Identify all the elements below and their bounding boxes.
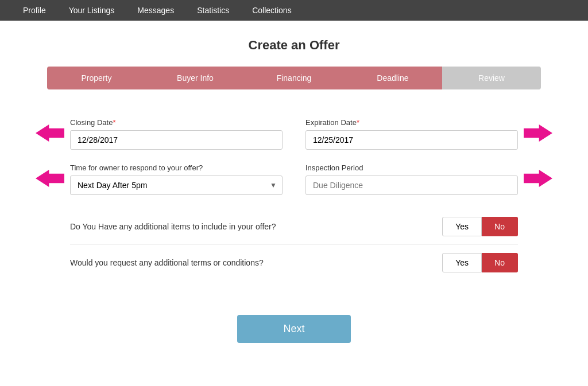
navbar: Profile Your Listings Messages Statistic… — [0, 0, 588, 21]
nav-profile[interactable]: Profile — [11, 0, 57, 21]
tab-buyer-info[interactable]: Buyer Info — [146, 67, 245, 89]
questions-section: Do You Have any additional items to incl… — [70, 209, 518, 280]
respond-time-select-wrapper: Next Day After 5pm Same Day 2 Days 3 Day… — [70, 176, 283, 195]
expiration-date-input[interactable] — [305, 130, 518, 150]
question-1-yn-group: Yes No — [442, 217, 518, 236]
arrow-left-respond — [36, 168, 64, 191]
arrow-right-expiration — [524, 123, 552, 146]
svg-marker-3 — [524, 170, 552, 187]
date-row: Closing Date* Expiration Date* — [70, 118, 518, 150]
tab-deadline[interactable]: Deadline — [343, 67, 442, 89]
svg-marker-0 — [36, 124, 64, 142]
tab-review[interactable]: Review — [442, 67, 541, 89]
arrow-right-inspection — [524, 168, 552, 191]
question-1-row: Do You Have any additional items to incl… — [70, 209, 518, 244]
respond-time-select[interactable]: Next Day After 5pm Same Day 2 Days 3 Day… — [70, 176, 283, 195]
respond-time-label: Time for owner to respond to your offer? — [70, 163, 283, 172]
question-2-yes-button[interactable]: Yes — [442, 253, 482, 272]
inspection-group: Inspection Period — [305, 163, 518, 195]
tab-financing[interactable]: Financing — [245, 67, 343, 89]
page-title: Create an Offer — [47, 38, 541, 53]
expiration-date-label: Expiration Date* — [305, 118, 518, 127]
next-btn-container: Next — [47, 315, 541, 343]
closing-date-input[interactable] — [70, 130, 283, 150]
inspection-label: Inspection Period — [305, 163, 518, 172]
nav-messages[interactable]: Messages — [126, 0, 185, 21]
question-2-text: Would you request any additional terms o… — [70, 258, 264, 267]
question-1-yes-button[interactable]: Yes — [442, 217, 482, 236]
nav-your-listings[interactable]: Your Listings — [57, 0, 126, 21]
question-2-no-button[interactable]: No — [482, 253, 518, 272]
inspection-input[interactable] — [305, 176, 518, 195]
nav-collections[interactable]: Collections — [241, 0, 303, 21]
svg-marker-2 — [36, 170, 64, 187]
respond-time-group: Time for owner to respond to your offer?… — [70, 163, 283, 195]
tab-property[interactable]: Property — [47, 67, 146, 89]
question-1-no-button[interactable]: No — [482, 217, 518, 236]
form-section: Closing Date* Expiration Date* — [47, 112, 541, 286]
nav-statistics[interactable]: Statistics — [185, 0, 241, 21]
respond-inspection-row: Time for owner to respond to your offer?… — [70, 163, 518, 195]
question-1-text: Do You Have any additional items to incl… — [70, 222, 276, 231]
expiration-date-group: Expiration Date* — [305, 118, 518, 150]
page-container: Create an Offer Property Buyer Info Fina… — [36, 21, 552, 377]
arrow-left-closing — [36, 123, 64, 146]
closing-date-group: Closing Date* — [70, 118, 283, 150]
question-2-yn-group: Yes No — [442, 253, 518, 272]
closing-date-label: Closing Date* — [70, 118, 283, 127]
svg-marker-1 — [524, 124, 552, 142]
progress-tabs: Property Buyer Info Financing Deadline R… — [47, 67, 541, 89]
next-button[interactable]: Next — [237, 315, 350, 343]
question-2-row: Would you request any additional terms o… — [70, 244, 518, 280]
